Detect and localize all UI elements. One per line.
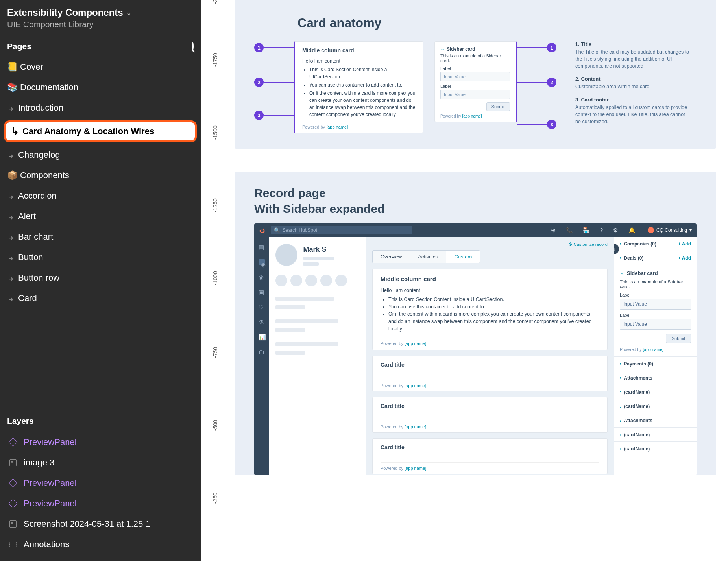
library-icon[interactable]: 🗀 [259, 349, 265, 355]
indent-arrow-icon: ↳ [7, 149, 15, 161]
tab-activities[interactable]: Activities [410, 251, 446, 263]
tab-overview[interactable]: Overview [373, 251, 410, 263]
layer-label: image 3 [24, 458, 54, 468]
marketing-icon[interactable]: ◉ [259, 274, 265, 280]
action-button[interactable] [320, 275, 332, 286]
layer-item[interactable]: Screenshot 2024-05-31 at 1.25 1 [0, 514, 201, 534]
page-item[interactable]: ↳Changelog [0, 145, 201, 165]
page-item[interactable]: ↳Alert [0, 206, 201, 227]
frame-icon [9, 540, 17, 549]
page-item[interactable]: ↳Card Anatomy & Location Wires [4, 120, 197, 142]
page-item[interactable]: 📒 Cover [0, 57, 201, 77]
indent-arrow-icon: ↳ [7, 190, 15, 202]
search-icon[interactable] [192, 43, 194, 50]
service-icon[interactable]: ♡ [259, 304, 265, 310]
layer-item[interactable]: Annotations [0, 534, 201, 555]
chevron-right-icon: › [620, 446, 621, 452]
page-item[interactable]: 📚 Documentation [0, 77, 201, 98]
pages-header: Pages [0, 38, 201, 57]
automation-icon[interactable]: ⚗ [259, 319, 265, 325]
page-item[interactable]: ↳Introduction [0, 98, 201, 118]
caret-down-icon: ▾ [689, 227, 692, 233]
submit-button[interactable]: Submit [666, 334, 691, 343]
phone-icon[interactable]: 📞 [563, 227, 575, 233]
frame-title: Record page [254, 186, 697, 200]
layers-section: Layers PreviewPanelimage 3PreviewPanelPr… [0, 411, 201, 561]
page-label: 📚 Documentation [7, 82, 78, 92]
anatomy-legend: 1. TitleThe Title of the card may be upd… [575, 41, 689, 131]
page-item[interactable]: ↳Card [0, 288, 201, 308]
page-item[interactable]: ↳Bar chart [0, 227, 201, 247]
ruler-tick: -1750 [212, 53, 218, 67]
right-panel-row[interactable]: › Attachments [614, 413, 697, 428]
right-panel-row[interactable]: › (cardName) [614, 428, 697, 442]
tab-custom[interactable]: Custom [446, 251, 480, 263]
sales-icon[interactable]: ▣ [259, 289, 265, 295]
vertical-ruler: -2 -1750 -1500 -1250 -1000 -750 -500 -25… [201, 0, 219, 561]
right-panel-row[interactable]: › (cardName) [614, 442, 697, 456]
action-button[interactable] [275, 275, 287, 286]
add-link[interactable]: + Add [678, 241, 691, 247]
page-label: Accordion [18, 191, 57, 201]
settings-icon[interactable]: ⚙ [610, 227, 621, 233]
gear-icon: ⚙ [568, 242, 573, 247]
pages-heading: Pages [7, 42, 31, 51]
reports-icon[interactable]: 📊 [259, 334, 265, 340]
account-menu[interactable]: CQ Consulting ▾ [648, 227, 692, 233]
page-item[interactable]: ↳Button [0, 247, 201, 268]
pages-list: 📒 Cover📚 Documentation↳Introduction↳Card… [0, 57, 201, 308]
indent-arrow-icon: ↳ [7, 252, 15, 263]
bookmarks-icon[interactable]: ▤ [259, 244, 265, 250]
middle-column-card-example: Middle column card Hello I am content Th… [294, 41, 423, 133]
text-input[interactable] [440, 72, 510, 81]
ruler-tick: -1250 [212, 198, 218, 212]
page-label: Button [18, 252, 43, 262]
file-title-row[interactable]: Extensibility Components ⌄ [7, 7, 194, 18]
chevron-down-icon[interactable]: ⌄ [620, 271, 625, 275]
add-link[interactable]: + Add [678, 255, 691, 261]
customize-link[interactable]: ⚙ Customize record [372, 242, 608, 247]
page-label: 📒 Cover [7, 62, 43, 72]
record-left-panel: Mark S [269, 237, 366, 475]
right-panel-row[interactable]: › (cardName) [614, 399, 697, 413]
component-icon [9, 499, 17, 508]
submit-button[interactable]: Submit [486, 102, 510, 111]
layer-item[interactable]: PreviewPanel [0, 432, 201, 452]
canvas[interactable]: Card anatomy 1 2 3 Middle column card He… [219, 0, 728, 561]
marketplace-icon[interactable]: 🏪 [580, 227, 592, 233]
text-input[interactable] [620, 299, 691, 310]
avatar-icon [648, 227, 654, 233]
card: Card titlePowered by [app name] [372, 438, 608, 474]
crm-icon[interactable]: ◈ [259, 259, 265, 265]
right-panel-row[interactable]: › Deals (0)+ Add [614, 251, 697, 265]
ruler-tick: -1000 [212, 271, 218, 285]
notifications-icon[interactable]: 🔔 [626, 227, 638, 233]
right-panel-row[interactable]: › Payments (0) [614, 357, 697, 371]
image-icon [9, 520, 17, 528]
page-label: Card Anatomy & Location Wires [22, 126, 154, 137]
sidebar-card: ⌄Sidebar card This is an example of a Si… [614, 265, 697, 357]
record-body: ▤ ◈ ◉ ▣ ♡ ⚗ 📊 🗀 Mark S [254, 237, 697, 475]
layer-item[interactable]: PreviewPanel [0, 493, 201, 514]
text-input[interactable] [620, 319, 691, 330]
page-item[interactable]: 📦 Components [0, 165, 201, 186]
sidebar-card-example: ⌄Sidebar card This is an example of a Si… [434, 41, 517, 122]
right-panel-row[interactable]: › (cardName) [614, 385, 697, 399]
action-button[interactable] [305, 275, 317, 286]
right-panel-row[interactable]: › Companies (0)+ Add [614, 237, 697, 251]
layer-item[interactable]: image 3 [0, 452, 201, 473]
tools-icon[interactable]: ⊕ [548, 227, 558, 233]
record-right-panel: » › Companies (0)+ Add› Deals (0)+ Add ⌄… [614, 237, 697, 475]
indent-arrow-icon: ↳ [7, 293, 15, 304]
input-label: Label [440, 84, 510, 89]
right-panel-row[interactable]: › Attachments [614, 371, 697, 385]
page-item[interactable]: ↳Accordion [0, 186, 201, 206]
layer-item[interactable]: PreviewPanel [0, 473, 201, 493]
action-button[interactable] [335, 275, 347, 286]
help-icon[interactable]: ? [597, 227, 606, 233]
page-item[interactable]: ↳Button row [0, 268, 201, 288]
text-input[interactable] [440, 90, 510, 99]
action-button[interactable] [290, 275, 302, 286]
hubspot-logo-icon[interactable]: ⚙ [259, 227, 266, 234]
search-bar[interactable]: 🔍 Search HubSpot [271, 226, 412, 234]
